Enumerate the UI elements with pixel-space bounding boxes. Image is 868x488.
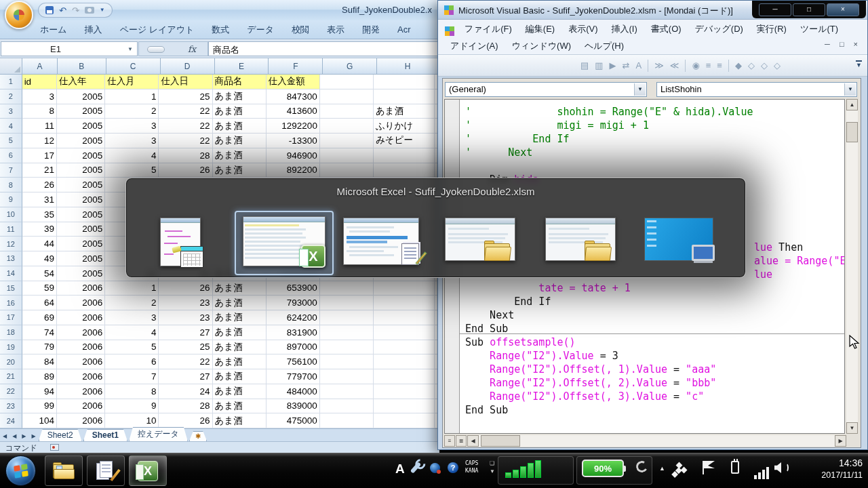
cell[interactable]: 25 xyxy=(159,340,212,355)
cell[interactable]: 4 xyxy=(105,148,159,163)
ribbon-tab-3[interactable]: 数式 xyxy=(203,21,238,39)
action-center-flag-icon[interactable] xyxy=(703,461,704,474)
ime-expand-icons[interactable]: ❏▼ xyxy=(490,460,495,476)
cell[interactable]: 64 xyxy=(22,296,57,310)
cell[interactable]: 2005 xyxy=(57,163,105,178)
sheet-nav-2[interactable]: ▶ xyxy=(19,430,28,441)
taskbar-notepad-button[interactable] xyxy=(87,455,125,486)
column-header-B[interactable]: B xyxy=(58,58,106,75)
cell[interactable]: みそピー xyxy=(374,134,435,148)
cell[interactable]: あま酒 xyxy=(213,104,267,119)
cell[interactable]: 2005 xyxy=(57,148,105,163)
vbe-menu-4[interactable]: 書式(O) xyxy=(644,21,688,37)
vbe-menu-5[interactable]: デバッグ(D) xyxy=(688,21,750,37)
cell[interactable]: あま酒 xyxy=(213,340,267,355)
comment-block-icon[interactable]: ≡ xyxy=(706,61,711,70)
cell[interactable]: 26 xyxy=(159,163,212,178)
cell[interactable] xyxy=(320,163,374,178)
sheet-nav-3[interactable]: ▶ xyxy=(28,430,38,441)
cell[interactable]: 2005 xyxy=(57,178,105,192)
cell[interactable] xyxy=(374,384,435,399)
cell[interactable] xyxy=(320,119,374,134)
row-header-10[interactable]: 10 xyxy=(0,207,22,222)
row-header-24[interactable]: 24 xyxy=(0,413,22,428)
cell[interactable]: あま酒 xyxy=(213,89,267,104)
customize-qat-icon[interactable]: ▼ xyxy=(100,7,105,13)
cell[interactable]: 12 xyxy=(22,134,57,148)
formula-bar-oval-button[interactable] xyxy=(147,46,165,53)
cell[interactable] xyxy=(374,369,435,384)
cell[interactable]: 8 xyxy=(22,104,57,119)
thumbnail-desktop[interactable] xyxy=(643,214,717,273)
cell[interactable]: id xyxy=(22,75,57,89)
row-header-8[interactable]: 8 xyxy=(0,178,22,192)
child-restore-icon[interactable]: □ xyxy=(840,40,844,48)
cell[interactable]: 3 xyxy=(105,310,159,325)
cell[interactable]: 946900 xyxy=(267,148,320,163)
cell[interactable]: ふりかけ xyxy=(374,119,435,134)
cell[interactable]: 2006 xyxy=(57,354,105,369)
cell[interactable]: -13300 xyxy=(267,134,320,148)
ime-ball-icon[interactable] xyxy=(430,463,440,473)
cell[interactable]: 3 xyxy=(105,134,159,148)
cell[interactable]: 26 xyxy=(22,178,57,192)
row-header-11[interactable]: 11 xyxy=(0,222,22,237)
scroll-down-icon[interactable]: ▼ xyxy=(846,422,858,434)
ribbon-tab-2[interactable]: ページ レイアウト xyxy=(111,21,203,39)
power-plug-icon[interactable] xyxy=(731,461,739,474)
list-properties-icon[interactable]: ▤ xyxy=(580,61,589,70)
object-dropdown[interactable]: (General) ▼ xyxy=(445,82,647,97)
vbe-menu-0[interactable]: ファイル(F) xyxy=(458,21,519,37)
cell[interactable]: 2005 xyxy=(57,266,105,281)
cell[interactable]: 仕入年 xyxy=(57,75,105,89)
cell[interactable]: 26 xyxy=(159,281,212,296)
child-minimize-icon[interactable]: ─ xyxy=(825,40,830,48)
insert-sheet-tab[interactable]: ✱ xyxy=(189,431,207,441)
row-header-3[interactable]: 3 xyxy=(0,104,22,119)
split-view-full-icon[interactable]: ≡ xyxy=(444,435,455,447)
cell[interactable] xyxy=(320,281,374,296)
battery-indicator[interactable]: 90% xyxy=(582,460,624,477)
thumbnail-explorer-folder[interactable] xyxy=(442,214,517,273)
ribbon-tab-6[interactable]: 表示 xyxy=(318,21,353,39)
show-hidden-icons[interactable]: ▲ xyxy=(659,465,665,472)
ribbon-tab-0[interactable]: ホーム xyxy=(31,21,76,39)
cell[interactable]: あま酒 xyxy=(213,119,267,134)
cell[interactable]: 22 xyxy=(159,104,212,119)
cell[interactable]: 2006 xyxy=(57,340,105,355)
column-header-A[interactable]: A xyxy=(22,58,58,75)
cell[interactable] xyxy=(320,340,374,355)
cell[interactable] xyxy=(374,354,435,369)
thumbnail-excel-workbook[interactable]: X xyxy=(239,214,313,273)
cell[interactable]: 793000 xyxy=(267,296,320,310)
cell[interactable]: 17 xyxy=(22,148,57,163)
ribbon-tab-7[interactable]: 開発 xyxy=(353,21,389,39)
cell[interactable]: 仕入月 xyxy=(105,75,159,89)
cell[interactable]: 2005 xyxy=(57,89,105,104)
cell[interactable]: 35 xyxy=(22,207,57,222)
cell[interactable]: あま酒 xyxy=(213,384,267,399)
cell[interactable]: 831900 xyxy=(267,325,320,340)
cell[interactable]: 1292200 xyxy=(267,119,320,134)
cell[interactable]: 4 xyxy=(105,325,159,340)
sheet-nav-1[interactable]: ◀ xyxy=(9,430,19,441)
signal-tray-segment[interactable] xyxy=(498,456,574,485)
cell[interactable]: あま酒 xyxy=(213,163,267,178)
row-header-21[interactable]: 21 xyxy=(0,369,22,384)
cell[interactable]: 892200 xyxy=(267,163,320,178)
scroll-left-icon[interactable]: ◀ xyxy=(467,435,479,447)
cell[interactable]: 9 xyxy=(105,399,159,414)
cell[interactable] xyxy=(374,148,435,163)
cell[interactable]: 商品名 xyxy=(213,75,267,89)
row-header-18[interactable]: 18 xyxy=(0,325,22,340)
cell[interactable]: 94 xyxy=(22,384,57,399)
sheet-tab-Sheet2[interactable]: Sheet2 xyxy=(39,429,82,441)
complete-word-icon[interactable]: ⇄ xyxy=(623,61,630,70)
font-icon[interactable]: A xyxy=(636,61,642,70)
cell[interactable]: 2006 xyxy=(57,296,105,310)
quick-info-icon[interactable]: ▥ xyxy=(595,61,603,70)
cell[interactable]: あま酒 xyxy=(374,104,435,119)
cell[interactable]: 28 xyxy=(159,148,212,163)
cell[interactable]: あま酒 xyxy=(213,310,267,325)
cell[interactable]: 2005 xyxy=(57,251,105,266)
